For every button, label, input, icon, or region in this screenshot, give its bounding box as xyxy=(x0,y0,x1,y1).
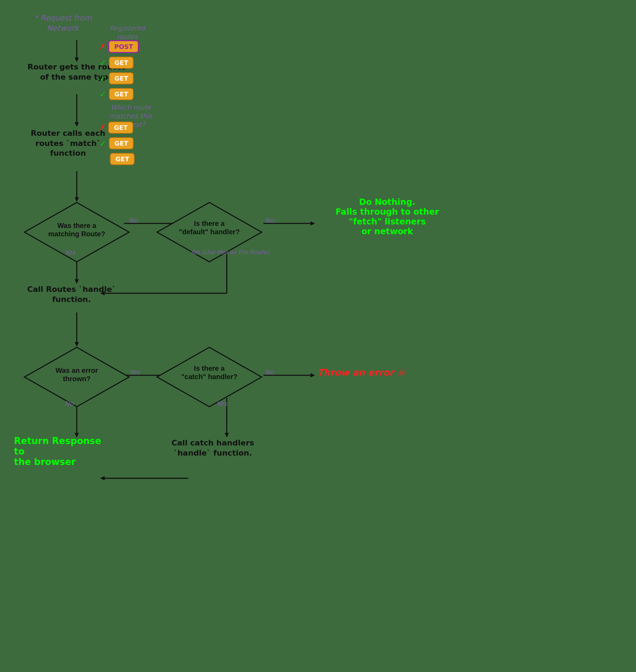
svg-marker-11 xyxy=(75,279,79,284)
svg-text:Is there a: Is there a xyxy=(194,220,225,227)
registered-routes-badges: ✗ POST ✓ GET ✓ GET ✓ GET xyxy=(99,39,140,103)
svg-text:Was there a: Was there a xyxy=(57,222,96,229)
label-yes-catch: Yes xyxy=(216,400,227,407)
label-no-catch: No xyxy=(265,368,274,376)
cross-post: ✗ xyxy=(99,42,106,51)
call-catch-handlers: Call catch handlers`handle` function. xyxy=(157,438,269,458)
throw-error-text: Throw an error ☠ xyxy=(317,367,405,378)
check-get-3: ✓ xyxy=(99,89,106,99)
check-get-2: ✓ xyxy=(99,74,106,83)
label-no-matching: No xyxy=(129,216,138,224)
diamond-error-thrown: Was an error thrown? xyxy=(23,346,131,408)
label-yes-matching: Yes xyxy=(65,249,75,256)
svg-marker-3 xyxy=(75,122,79,127)
do-nothing-text: Do Nothing.Falls through to other"fetch"… xyxy=(317,197,457,236)
svg-marker-1 xyxy=(75,58,79,62)
check-get-1: ✓ xyxy=(99,58,106,68)
badge-get-1: GET xyxy=(109,57,134,69)
svg-text:Is there a: Is there a xyxy=(194,364,225,372)
request-from-network: * Request from Network xyxy=(24,13,101,33)
return-response-text: Return Response tothe browser xyxy=(14,436,112,467)
label-yes-error: Yes xyxy=(129,368,140,376)
svg-text:"default" handler?: "default" handler? xyxy=(179,228,240,236)
diamond-matching-route: Was there a matching Route? xyxy=(23,201,131,264)
svg-text:Was an error: Was an error xyxy=(55,367,98,374)
badge-get-3: GET xyxy=(109,88,134,100)
label-no-default: No xyxy=(265,216,274,224)
registered-routes-label: Registeredroutes xyxy=(101,24,154,41)
flow-arrows xyxy=(0,0,636,672)
svg-text:thrown?: thrown? xyxy=(63,375,91,383)
svg-marker-26 xyxy=(100,476,105,480)
svg-marker-9 xyxy=(310,221,315,226)
label-no-error: No xyxy=(65,400,74,407)
svg-marker-20 xyxy=(310,373,315,377)
call-routes-handle: Call Routes `handle`function. xyxy=(19,285,124,304)
badge-post: POST xyxy=(108,40,139,53)
diagram-container: * Request from Network Router gets the r… xyxy=(0,0,636,672)
badge-get-2: GET xyxy=(109,72,134,84)
svg-text:"catch" handler?: "catch" handler? xyxy=(181,373,237,381)
router-calls-match: Router calls eachroutes `match`function xyxy=(19,128,117,158)
label-yes-default: Yes (Use this as the Route) xyxy=(190,249,269,256)
svg-text:matching Route?: matching Route? xyxy=(48,230,105,238)
diamond-catch-handler: Is there a "catch" handler? xyxy=(155,346,263,408)
svg-marker-24 xyxy=(225,433,229,437)
